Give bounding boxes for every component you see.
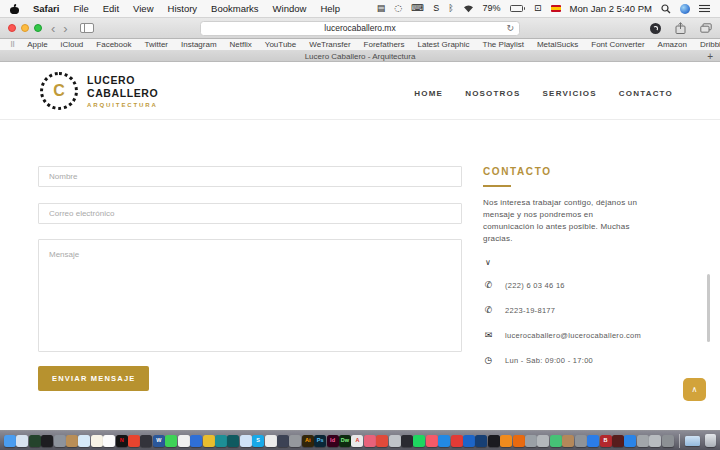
airplay-icon[interactable]: ⊡ [534, 4, 542, 13]
app-gray-5[interactable] [637, 435, 649, 447]
mail[interactable] [78, 435, 90, 447]
finder[interactable] [4, 435, 16, 447]
site-logo[interactable]: C LUCERO CABALLERO ARQUITECTURA [40, 72, 158, 110]
whatsapp[interactable] [165, 435, 177, 447]
spotlight-icon[interactable] [661, 4, 671, 14]
back-button[interactable]: ‹ [51, 22, 55, 35]
share-icon[interactable] [675, 22, 686, 34]
name-input[interactable] [38, 166, 462, 187]
textedit[interactable] [103, 435, 115, 447]
show-all-tabs-icon[interactable] [700, 23, 712, 33]
scroll-to-top-button[interactable]: ∧ [683, 378, 706, 401]
forward-button[interactable]: › [63, 22, 67, 35]
menu-item-window[interactable]: Window [273, 3, 307, 14]
sidebar-toggle-icon[interactable] [80, 23, 94, 33]
app-blue[interactable] [190, 435, 202, 447]
indesign[interactable]: Id [327, 435, 339, 447]
bookmark-item[interactable]: Instagram [181, 40, 217, 49]
photoshop[interactable]: Ps [314, 435, 326, 447]
nav-item[interactable]: HOME [414, 89, 443, 98]
siri-icon[interactable] [680, 4, 690, 14]
menu-item-history[interactable]: History [168, 3, 198, 14]
menu-item-file[interactable]: File [73, 3, 88, 14]
apple-icon[interactable] [10, 4, 19, 14]
preview[interactable] [265, 435, 277, 447]
app-dark-green[interactable] [29, 435, 41, 447]
input-language-flag-icon[interactable] [551, 5, 561, 12]
keyboard-icon[interactable]: ⌨ [411, 4, 424, 13]
app-slate[interactable] [277, 435, 289, 447]
word[interactable]: W [153, 435, 165, 447]
wifi-icon[interactable] [463, 4, 474, 13]
app-maroon[interactable]: B [600, 435, 612, 447]
minimize-window-button[interactable] [21, 24, 29, 32]
menu-item-bookmarks[interactable]: Bookmarks [211, 3, 259, 14]
app-gray-2[interactable] [525, 435, 537, 447]
menu-item-edit[interactable]: Edit [103, 3, 119, 14]
bookmark-item[interactable]: iCloud [61, 40, 84, 49]
trash-icon[interactable] [705, 434, 716, 447]
photo-booth[interactable] [389, 435, 401, 447]
reload-icon[interactable]: ↻ [506, 23, 514, 33]
app-pink[interactable] [364, 435, 376, 447]
notes[interactable] [91, 435, 103, 447]
photos[interactable] [178, 435, 190, 447]
firefox[interactable] [513, 435, 525, 447]
app-gray-4[interactable] [575, 435, 587, 447]
zoom-window-button[interactable] [34, 24, 42, 32]
transmission[interactable] [624, 435, 636, 447]
menubar-clock[interactable]: Mon Jan 2 5:40 PM [570, 3, 652, 14]
bookmark-item[interactable]: Font Converter [591, 40, 644, 49]
itunes[interactable] [426, 435, 438, 447]
app-store[interactable] [438, 435, 450, 447]
folder[interactable] [66, 435, 78, 447]
menu-app-name[interactable]: Safari [33, 3, 59, 14]
bookmark-item[interactable]: MetalSucks [537, 40, 578, 49]
bookmark-item[interactable]: Latest Graphic [418, 40, 470, 49]
bookmark-item[interactable]: Twitter [144, 40, 168, 49]
backup-disk-icon[interactable]: ▤ [377, 4, 386, 13]
chevron-down-icon[interactable]: ∨ [485, 258, 643, 267]
app-yellow[interactable] [203, 435, 215, 447]
acrobat[interactable]: A [351, 435, 363, 447]
bookmark-item[interactable]: Amazon [658, 40, 687, 49]
app-blue-2[interactable] [463, 435, 475, 447]
app-teal[interactable] [215, 435, 227, 447]
bookmark-item[interactable]: Netflix [230, 40, 252, 49]
display[interactable] [649, 435, 661, 447]
battery-icon[interactable] [510, 5, 526, 12]
spotify[interactable] [413, 435, 425, 447]
time-machine[interactable] [54, 435, 66, 447]
bluetooth-icon[interactable]: ᛒ [448, 4, 453, 13]
active-tab[interactable]: Lucero Caballero - Arquitectura [305, 52, 416, 61]
bookmark-item[interactable]: WeTransfer [309, 40, 350, 49]
bookmark-item[interactable]: Facebook [96, 40, 131, 49]
camera[interactable] [41, 435, 53, 447]
launchpad[interactable] [662, 435, 674, 447]
youtube[interactable] [128, 435, 140, 447]
nav-item[interactable]: NOSOTROS [465, 89, 520, 98]
folder-2[interactable] [562, 435, 574, 447]
send-message-button[interactable]: ENVIAR MENSAJE [38, 366, 149, 391]
skype-status-icon[interactable]: S [433, 4, 439, 13]
illustrator[interactable]: Ai [302, 435, 314, 447]
transmit[interactable] [587, 435, 599, 447]
nav-item[interactable]: CONTACTO [619, 89, 673, 98]
bookmark-item[interactable]: Apple [27, 40, 47, 49]
app-gray[interactable] [289, 435, 301, 447]
djay[interactable] [488, 435, 500, 447]
app-red[interactable] [451, 435, 463, 447]
message-textarea[interactable] [38, 239, 462, 352]
app-dark-red[interactable] [612, 435, 624, 447]
app-dark-2[interactable] [401, 435, 413, 447]
netflix[interactable]: N [116, 435, 128, 447]
new-tab-button[interactable]: + [707, 51, 713, 62]
menu-item-help[interactable]: Help [320, 3, 340, 14]
close-window-button[interactable] [8, 24, 16, 32]
extension-icon[interactable] [650, 23, 661, 34]
menu-item-view[interactable]: View [133, 3, 153, 14]
vlc[interactable] [500, 435, 512, 447]
app-navy[interactable] [475, 435, 487, 447]
safari[interactable] [16, 435, 28, 447]
app-dark-teal[interactable] [227, 435, 239, 447]
